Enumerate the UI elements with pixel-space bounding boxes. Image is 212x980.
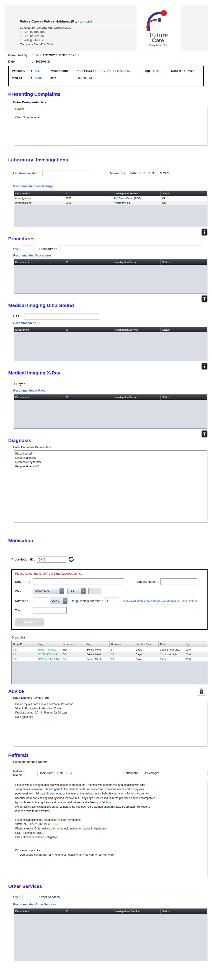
diagnosis-textarea[interactable]: Hiatal hernia?? Nervous gastritis Depres… xyxy=(14,450,207,523)
prescription-id-label: Prescription ID : xyxy=(11,558,35,561)
company-phone-2: T: +24 84 225 252 xyxy=(20,34,138,38)
cell-note: 1 tab 1 hour afte... xyxy=(159,648,184,651)
prescription-id-input[interactable] xyxy=(37,556,66,563)
patient-name-label: Patient Name xyxy=(50,69,74,73)
uss-delete-button[interactable] xyxy=(201,363,207,370)
per-meal-input[interactable] xyxy=(105,598,118,604)
xray-input-row: X-Rays : xyxy=(13,381,207,387)
procedures-label: Procedures : xyxy=(39,247,57,251)
uss-input-row: USS : xyxy=(13,313,207,320)
recommended-lab-testings-link[interactable]: Recommended Lab Testings xyxy=(13,185,207,188)
company-name: Future Care by Future Holdings (Pty) Lim… xyxy=(20,19,138,24)
colon: : xyxy=(29,590,33,593)
col-status: Status xyxy=(161,908,207,914)
lab-table-row[interactable]: Investigations 5755 Full Blood Count (FB… xyxy=(14,196,207,200)
diagnosis-title: Diagnosis xyxy=(8,438,207,443)
drug-input[interactable] xyxy=(33,578,124,585)
recommended-xray-link[interactable]: Recommended X-Rays xyxy=(13,389,207,392)
col-id: ID xyxy=(64,191,112,196)
complaints-textarea[interactable]: Review Chest X ray- normal xyxy=(14,106,207,146)
drug-row: Drug : Special Notes : xyxy=(15,578,204,585)
advice-section: Advice Enter Doctor's Advice Here Profil… xyxy=(5,689,207,746)
lab-delete-button[interactable] xyxy=(201,229,207,235)
drug-row-item[interactable]: 80 AMITRIPTYLINE OD Before Meal 10 Day/s… xyxy=(11,652,208,657)
procedures-input-row: Qty : Procedures : xyxy=(13,245,207,252)
procedures-qty-label: Qty : xyxy=(13,247,20,251)
advice-title: Advice xyxy=(8,689,207,694)
col-investigation: Investigation/Service xyxy=(112,191,161,196)
lab-table-row[interactable]: Investigations 6151 Profile thyroid Ok xyxy=(14,200,207,205)
way-select[interactable]: Before Meal ▼ xyxy=(33,588,64,594)
col-status: Status xyxy=(161,191,207,196)
cell-drug-id[interactable]: 908 xyxy=(11,658,36,660)
special-notes-input[interactable] xyxy=(161,578,197,585)
laboratory-investigations-title: Laboratory Investigations xyxy=(8,157,207,162)
way-label: Way xyxy=(15,590,29,593)
cell-drug[interactable]: ZINCOVIT,MULTIVI xyxy=(36,658,61,660)
other-qty-label: Qty : xyxy=(13,895,20,899)
col-department: Department xyxy=(14,259,64,265)
advice-label: Enter Doctor's Advice Here xyxy=(13,696,207,699)
other-services-input-row: Qty : Other Services : xyxy=(13,894,207,900)
colon: : xyxy=(29,609,33,612)
total-input[interactable] xyxy=(33,607,67,614)
uss-input[interactable] xyxy=(24,313,99,320)
company-logo: Future Care♥ Body Mind Soul xyxy=(137,5,181,51)
duration-type-select[interactable]: Day/s ▼ xyxy=(50,598,67,604)
patient-id-label: Patient ID xyxy=(12,69,31,73)
col-department: Department xyxy=(14,191,64,196)
procedures-delete-button[interactable] xyxy=(201,295,207,302)
cell-drug-id[interactable]: 257 xyxy=(11,648,36,651)
cell-status: Ok xyxy=(161,202,207,204)
col-frequency: Fequency xyxy=(61,641,85,647)
cell-drug[interactable]: AMITRIPTYLINE xyxy=(36,653,61,656)
referral-textarea[interactable]: Patient with a history of gastritis who … xyxy=(14,782,207,878)
logo-swoosh-icon xyxy=(143,8,175,31)
col-id: ID xyxy=(64,908,112,914)
consulted-by-value: Dr. HANECKY FUENTE REYES xyxy=(35,53,79,57)
cell-drug-id[interactable]: 80 xyxy=(11,653,36,656)
logo-care-word: Care xyxy=(152,37,164,43)
patient-name-value: KARUNACHCHARIGE ANUSHKA DILR... xyxy=(77,69,145,73)
recommended-other-services-link[interactable]: Recommended Other Services xyxy=(13,903,207,906)
xray-input[interactable] xyxy=(28,381,99,387)
patient-age-label: Age xyxy=(145,69,153,73)
cell-drug[interactable]: SIMETHICONE xyxy=(36,648,61,651)
refresh-prescription-button[interactable] xyxy=(68,556,75,563)
recommended-uss-link[interactable]: Recommended USS xyxy=(13,321,207,325)
frequency-select[interactable]: OD ▼ xyxy=(67,588,86,594)
prescription-row: Prescription ID : xyxy=(11,556,207,563)
procedures-input[interactable] xyxy=(59,245,202,252)
drug-row-item[interactable]: 908 ZINCOVIT,MULTIVI OD Before Meal 30 D… xyxy=(11,657,208,662)
company-header: Future Care by Future Holdings (Pty) Lim… xyxy=(5,5,208,51)
advice-textarea[interactable]: Profile thyroid para rule out hormonal t… xyxy=(14,701,207,746)
col-id: ID xyxy=(64,327,112,332)
recommended-procedures-link[interactable]: Recommended Procedures xyxy=(13,254,207,257)
procedures-qty-input[interactable] xyxy=(22,245,34,252)
complaints-label: Enter Complaints Here xyxy=(13,100,207,104)
col-department: Department xyxy=(14,327,64,332)
xray-delete-button[interactable] xyxy=(201,430,207,437)
cell-duration: 10 xyxy=(110,653,134,656)
logo-tagline: Body Mind Soul xyxy=(137,43,181,47)
company-phone-1: T: +24 82 593 593 xyxy=(20,30,138,34)
drug-row-item[interactable]: 257 SIMETHICONE TID Before Meal 3 Day/s … xyxy=(11,647,208,652)
advice-delete-button[interactable] xyxy=(198,687,205,696)
cell-qty: 10.0 xyxy=(184,648,204,651)
trash-icon xyxy=(199,689,204,694)
add-drug-button[interactable]: + Add Drug xyxy=(15,618,44,626)
cell-way: Before Meal xyxy=(85,648,110,651)
lab-investigation-input[interactable] xyxy=(42,170,94,176)
colon: : xyxy=(31,76,34,80)
duration-input[interactable] xyxy=(33,598,47,604)
cell-investigation: Full Blood Count (FBC) xyxy=(112,197,161,200)
other-services-input[interactable] xyxy=(64,894,201,900)
xray-delete-row xyxy=(5,430,207,437)
col-drug: Drug xyxy=(36,641,61,647)
other-qty-input[interactable] xyxy=(22,894,36,900)
colon: : xyxy=(74,76,77,80)
consultant-input[interactable] xyxy=(144,770,207,776)
diagnosis-label: Enter Diagnosis Details Here xyxy=(13,445,207,449)
lab-table-header: Department ID Investigation/Service Stat… xyxy=(14,191,207,196)
referring-doctor-input[interactable] xyxy=(37,770,97,776)
